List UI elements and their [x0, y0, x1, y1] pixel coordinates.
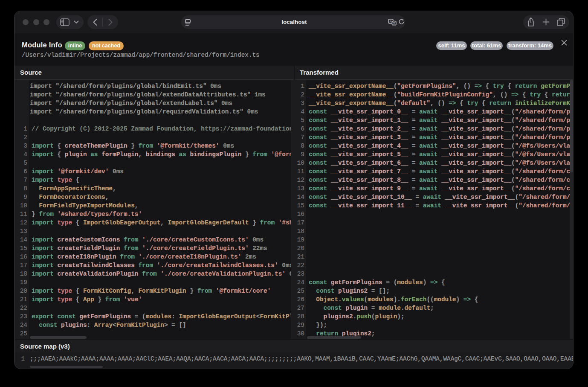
svg-text:文: 文 — [392, 21, 396, 25]
